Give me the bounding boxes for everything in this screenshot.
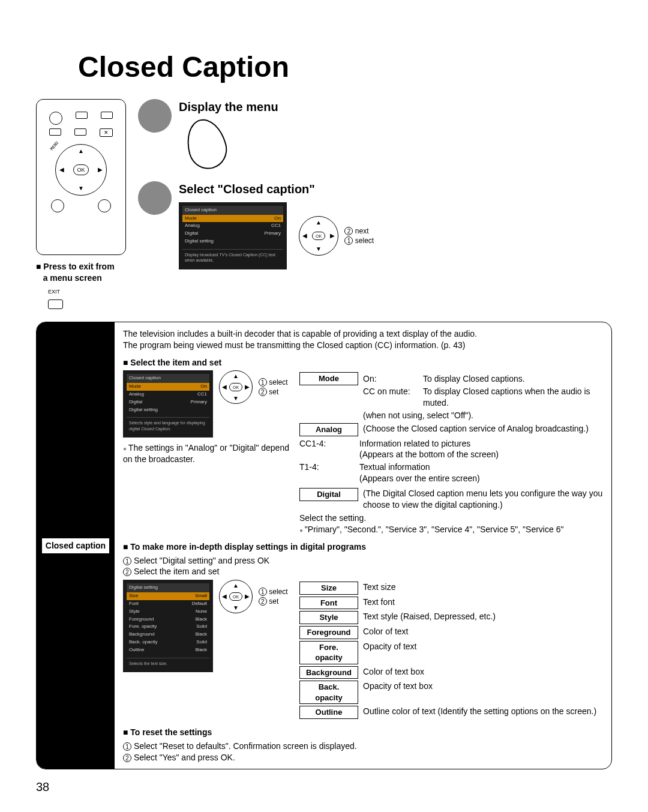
digital-services-list: "Primary", "Second.", "Service 3", "Serv… (299, 524, 603, 535)
nav-dpad-small-icon: ▲ ▼ ◀ ▶ OK (219, 370, 253, 404)
osd-row: DigitalPrimary (182, 230, 283, 238)
osd-row: ModeOn (182, 215, 283, 223)
step-1-bubble (138, 99, 172, 133)
opt-foreground: Foreground (299, 626, 358, 639)
opt-outline: Outline (299, 706, 358, 719)
cc-intro-1: The television includes a built-in decod… (123, 328, 603, 340)
osd-row: OutlineBlack (127, 646, 209, 654)
option-row: FontText font (299, 597, 603, 610)
cc-intro-2: The program being viewed must be transmi… (123, 340, 603, 351)
osd-row: ForegroundBlack (127, 616, 209, 624)
step-2-title: Select "Closed caption" (179, 181, 612, 197)
nav-dpad-small-2-icon: ▲ ▼ ◀ ▶ OK (219, 580, 253, 613)
opt-analog: Analog (299, 423, 358, 436)
exit-label: EXIT (48, 289, 60, 295)
hand-icon (181, 115, 232, 173)
exit-button-icon (48, 299, 63, 309)
osd-row: Back. opacitySolid (127, 639, 209, 646)
menu-label: MENU (49, 140, 60, 152)
row-label-closed-caption: Closed caption (41, 538, 110, 554)
osd-row: Fore. opacitySolid (127, 623, 209, 631)
option-row: Back. opacityOpacity of text box (299, 681, 603, 704)
nav-dpad-icon: ▲ ▼ ◀ ▶ OK (299, 216, 338, 256)
osd-row: StyleNone (127, 608, 209, 616)
osd-row: SizeSmall (127, 592, 209, 600)
option-row: ForegroundColor of text (299, 626, 603, 639)
closed-caption-table: Closed caption The television includes a… (36, 322, 612, 770)
osd-row: AnalogCC1 (182, 222, 283, 230)
opt-digital: Digital (299, 488, 358, 501)
option-row: BackgroundColor of text box (299, 666, 603, 679)
opt-style: Style (299, 611, 358, 624)
osd-row: Digital setting (127, 406, 209, 414)
step-2-bubble (138, 181, 172, 215)
option-row: SizeText size (299, 582, 603, 595)
h-reset: To reset the settings (123, 727, 603, 738)
opt-fore-opacity: Fore. opacity (299, 641, 358, 664)
remote-illustration: ✕ ▲ ▼ ◀ ▶ MENU OK (36, 99, 126, 255)
osd-row: FontDefault (127, 600, 209, 608)
page-number: 38 (36, 779, 612, 795)
osd-row: Digital setting (182, 238, 283, 245)
h-digital-settings: To make more in-depth display settings i… (123, 541, 603, 553)
osd-digital-setting: Digital setting SizeSmallFontDefaultStyl… (123, 580, 213, 672)
dpad-icon: ▲ ▼ ◀ ▶ MENU OK (55, 144, 107, 196)
h-select-item: Select the item and set (123, 357, 603, 368)
analog-digital-note: The settings in "Analog" or "Digital" de… (123, 442, 291, 465)
page-title: Closed Caption (78, 48, 612, 87)
opt-mode: Mode (299, 372, 358, 385)
opt-font: Font (299, 597, 358, 610)
opt-size: Size (299, 582, 358, 595)
exit-note: ■ Press to exit from a menu screen (36, 261, 138, 284)
osd-cc-small: Closed caption ModeOnAnalogCC1DigitalPri… (123, 370, 213, 438)
osd-row: AnalogCC1 (127, 391, 209, 398)
option-row: OutlineOutline color of text (Identify t… (299, 706, 603, 719)
option-row: Fore. opacityOpacity of text (299, 641, 603, 664)
osd-row: BackgroundBlack (127, 631, 209, 639)
close-button-icon: ✕ (100, 128, 113, 137)
option-row: StyleText style (Raised, Depressed, etc.… (299, 611, 603, 624)
ok-button-icon: OK (73, 164, 89, 175)
osd-row: ModeOn (127, 383, 209, 391)
opt-background: Background (299, 666, 358, 679)
opt-back-opacity: Back. opacity (299, 681, 358, 704)
step-1-title: Display the menu (179, 99, 278, 115)
osd-closed-caption: Closed caption ModeOnAnalogCC1DigitalPri… (179, 202, 287, 269)
osd-row: DigitalPrimary (127, 398, 209, 406)
nav-labels: 2 next 1 select (344, 226, 374, 245)
